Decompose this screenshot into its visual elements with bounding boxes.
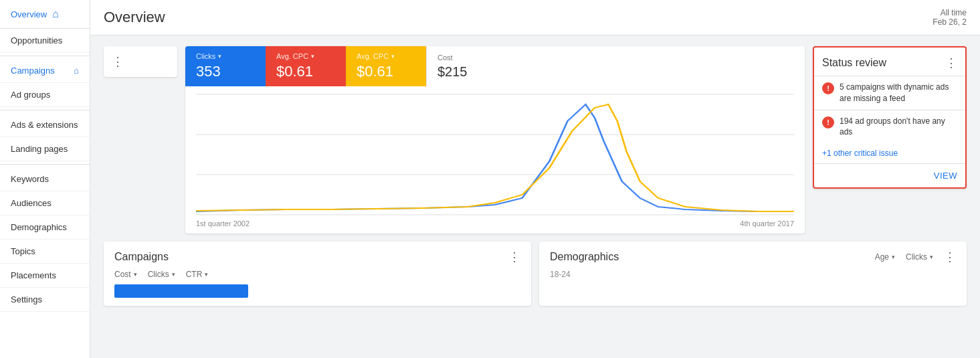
cost-value: $215 (437, 64, 496, 80)
campaigns-cost-metric[interactable]: Cost ▾ (114, 270, 137, 279)
stats-bar: Clicks ▾ 353 Avg. CPC ▾ $0.61 (185, 46, 805, 86)
sidebar-item-opportunities[interactable]: Opportunities (0, 29, 90, 53)
avg-cpc-1-value: $0.61 (276, 63, 335, 80)
campaigns-home-icon: ⌂ (74, 66, 79, 76)
age-range-label: 18-24 (550, 270, 956, 279)
avg-cpc-1-label: Avg. CPC ▾ (276, 52, 335, 60)
page-title: Overview (104, 9, 165, 26)
sidebar-divider-2 (0, 110, 90, 110)
stat-avg-cpc-2[interactable]: Avg. CPC ▾ $0.61 (346, 46, 426, 86)
sidebar-divider-1 (0, 56, 90, 56)
clicks-dropdown-icon[interactable]: ▾ (218, 53, 221, 60)
left-panel-card: ⋮ (104, 46, 177, 77)
avg-cpc-1-dropdown-icon[interactable]: ▾ (311, 53, 314, 60)
clicks-value: 353 (196, 63, 255, 80)
bottom-row: Campaigns ⋮ Cost ▾ Clicks ▾ CTR ▾ (104, 242, 967, 306)
sidebar-overview-item[interactable]: Overview ⌂ (0, 0, 90, 29)
sidebar-item-landing-pages[interactable]: Landing pages (0, 137, 90, 161)
demographics-metrics: Age ▾ Clicks ▾ ⋮ (875, 250, 956, 264)
stat-avg-cpc-1[interactable]: Avg. CPC ▾ $0.61 (266, 46, 346, 86)
sidebar-item-campaigns[interactable]: Campaigns ⌂ (0, 59, 90, 83)
status-issue-1[interactable]: ! 5 campaigns with dynamic ads are missi… (814, 76, 965, 110)
sidebar-item-keywords[interactable]: Keywords (0, 167, 90, 191)
line-chart (196, 94, 794, 215)
error-icon-2: ! (822, 116, 834, 128)
status-review-footer: VIEW (814, 163, 965, 187)
clicks-metric-dropdown-icon[interactable]: ▾ (172, 271, 175, 278)
stat-cost: Cost $215 (426, 46, 506, 86)
demographics-card: Demographics Age ▾ Clicks ▾ ⋮ 18-24 (539, 242, 967, 306)
content-area: ⋮ Clicks ▾ 353 Avg. CPC (90, 35, 980, 358)
main-header: Overview All time Feb 26, 2 (90, 0, 980, 35)
campaigns-clicks-metric[interactable]: Clicks ▾ (148, 270, 175, 279)
more-options-icon[interactable]: ⋮ (112, 54, 124, 69)
demographics-more-icon[interactable]: ⋮ (944, 250, 956, 264)
stats-chart-container: Clicks ▾ 353 Avg. CPC ▾ $0.61 (185, 46, 805, 234)
demographics-header: Demographics Age ▾ Clicks ▾ ⋮ (550, 250, 956, 264)
error-icon-1: ! (822, 82, 834, 94)
avg-cpc-2-dropdown-icon[interactable]: ▾ (391, 53, 395, 60)
sidebar-item-demographics[interactable]: Demographics (0, 215, 90, 240)
sidebar-item-settings[interactable]: Settings (0, 288, 90, 312)
stats-chart-row: ⋮ Clicks ▾ 353 Avg. CPC (104, 46, 967, 234)
issue-1-text: 5 campaigns with dynamic ads are missing… (840, 82, 957, 104)
chart-x-labels: 1st quarter 2002 4th quarter 2017 (196, 219, 794, 228)
sidebar-item-audiences[interactable]: Audiences (0, 191, 90, 215)
status-review-header: Status review ⋮ (814, 48, 965, 76)
cost-label: Cost (437, 54, 496, 62)
date-label: All time (933, 8, 967, 17)
campaigns-card: Campaigns ⋮ Cost ▾ Clicks ▾ CTR ▾ (104, 242, 531, 306)
status-review-more-icon[interactable]: ⋮ (945, 56, 957, 70)
status-issue-2[interactable]: ! 194 ad groups don't have any ads (814, 110, 965, 144)
sidebar-item-ad-groups[interactable]: Ad groups (0, 83, 90, 107)
status-review-card: Status review ⋮ ! 5 campaigns with dynam… (813, 46, 967, 189)
issue-2-text: 194 ad groups don't have any ads (840, 116, 957, 139)
campaigns-card-title: Campaigns (114, 251, 169, 263)
home-icon: ⌂ (52, 8, 59, 20)
avg-cpc-2-label: Avg. CPC ▾ (357, 52, 415, 60)
campaigns-more-icon[interactable]: ⋮ (508, 250, 520, 264)
main-content: Overview All time Feb 26, 2 ⋮ Clicks ▾ (90, 0, 980, 358)
campaigns-bar-chart (114, 284, 248, 298)
sidebar-item-placements[interactable]: Placements (0, 264, 90, 288)
campaigns-metrics: Cost ▾ Clicks ▾ CTR ▾ (114, 270, 520, 279)
sidebar-item-ads-extensions[interactable]: Ads & extensions (0, 113, 90, 137)
campaigns-ctr-metric[interactable]: CTR ▾ (186, 270, 209, 279)
chart-x-start: 1st quarter 2002 (196, 219, 250, 228)
cost-dropdown-icon[interactable]: ▾ (134, 271, 137, 278)
clicks-demo-dropdown-icon[interactable]: ▾ (930, 254, 933, 260)
clicks-label: Clicks ▾ (196, 52, 255, 60)
date-range: All time Feb 26, 2 (933, 8, 967, 27)
sidebar-item-topics[interactable]: Topics (0, 240, 90, 264)
ctr-dropdown-icon[interactable]: ▾ (205, 271, 208, 278)
view-button[interactable]: VIEW (934, 171, 957, 181)
avg-cpc-2-value: $0.61 (357, 63, 415, 80)
other-issues-link[interactable]: +1 other critical issue (814, 143, 965, 163)
age-dropdown-icon[interactable]: ▾ (892, 254, 895, 260)
campaigns-card-header: Campaigns ⋮ (114, 250, 520, 264)
age-metric[interactable]: Age ▾ (875, 250, 895, 264)
chart-x-end: 4th quarter 2017 (740, 219, 794, 228)
stat-clicks[interactable]: Clicks ▾ 353 (185, 46, 266, 86)
demographics-title: Demographics (550, 251, 619, 263)
sidebar-overview-label: Overview (11, 9, 47, 19)
sidebar-divider-3 (0, 164, 90, 165)
status-review-title: Status review (822, 57, 886, 69)
date-value: Feb 26, 2 (933, 17, 967, 27)
chart-area: 1st quarter 2002 4th quarter 2017 (185, 86, 805, 234)
clicks-demo-metric[interactable]: Clicks ▾ (906, 250, 933, 264)
sidebar: Overview ⌂ Opportunities Campaigns ⌂ Ad … (0, 0, 90, 358)
